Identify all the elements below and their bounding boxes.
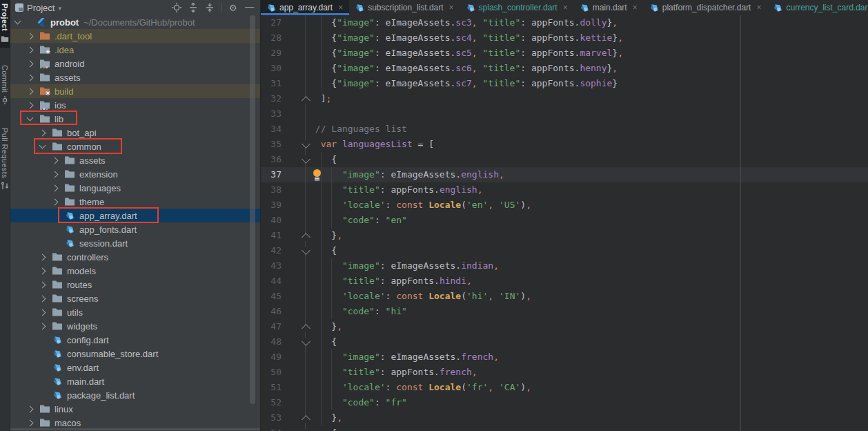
code-line-32[interactable]: 32 ]; bbox=[261, 91, 868, 106]
tree-item-macos[interactable]: macos bbox=[10, 416, 260, 430]
code-line-41[interactable]: 41 }, bbox=[261, 228, 868, 243]
code-line-39[interactable]: 39 'locale': const Locale('en', 'US'), bbox=[261, 198, 868, 213]
stripe-item-pull-requests[interactable]: Pull Requests bbox=[0, 124, 10, 195]
tree-item-app_array.dart[interactable]: app_array.dart bbox=[10, 209, 260, 222]
tree-item-bot_api[interactable]: bot_api bbox=[10, 126, 260, 140]
code-line-44[interactable]: 44 "title": appFonts.hindi, bbox=[261, 274, 868, 289]
tree-item-widgets[interactable]: widgets bbox=[10, 319, 260, 333]
tree-item-lib[interactable]: lib bbox=[10, 112, 260, 126]
chevron-right-icon[interactable] bbox=[38, 310, 46, 315]
code-line-30[interactable]: 30 {"image": eImageAssets.sc6, "title": … bbox=[261, 61, 868, 76]
chevron-down-icon[interactable] bbox=[26, 117, 34, 120]
chevron-right-icon[interactable] bbox=[26, 75, 34, 80]
code-line-42[interactable]: 42 { bbox=[261, 243, 868, 258]
chevron-right-icon[interactable] bbox=[38, 269, 46, 274]
code-line-40[interactable]: 40 "code": "en" bbox=[261, 213, 868, 228]
code-line-29[interactable]: 29 {"image": eImageAssets.sc5, "title": … bbox=[261, 46, 868, 61]
code-line-54[interactable]: 54 { bbox=[261, 425, 868, 431]
tab-close-icon[interactable]: × bbox=[563, 3, 568, 12]
tree-item-config.dart[interactable]: config.dart bbox=[10, 333, 260, 347]
expand-all-icon[interactable] bbox=[188, 3, 198, 13]
code-line-28[interactable]: 28 {"image": eImageAssets.sc4, "title": … bbox=[261, 30, 868, 46]
chevron-right-icon[interactable] bbox=[50, 172, 59, 177]
code-line-43[interactable]: 43 "image": eImageAssets.indian, bbox=[261, 258, 868, 274]
chevron-down-icon[interactable] bbox=[13, 21, 21, 23]
code-line-49[interactable]: 49 "image": eImageAssets.french, bbox=[261, 349, 868, 365]
chevron-right-icon[interactable] bbox=[26, 407, 34, 412]
chevron-right-icon[interactable] bbox=[26, 34, 34, 39]
code-line-52[interactable]: 52 "code": "fr" bbox=[261, 395, 868, 410]
tree-item-main.dart[interactable]: main.dart bbox=[10, 374, 260, 388]
chevron-right-icon[interactable] bbox=[26, 89, 34, 94]
chevron-right-icon[interactable] bbox=[38, 131, 46, 135]
chevron-right-icon[interactable] bbox=[38, 255, 46, 260]
tree-item-theme[interactable]: theme bbox=[10, 195, 260, 209]
code-line-50[interactable]: 50 "title": appFonts.french, bbox=[261, 365, 868, 380]
settings-gear-icon[interactable]: ⚙ bbox=[228, 3, 238, 13]
tree-item-models[interactable]: models bbox=[10, 264, 260, 278]
code-line-34[interactable]: 34 // Languages list bbox=[261, 122, 868, 137]
chevron-right-icon[interactable] bbox=[50, 186, 59, 191]
code-line-27[interactable]: 27 {"image": eImageAssets.sc3, "title": … bbox=[261, 15, 868, 30]
tab-close-icon[interactable]: × bbox=[338, 3, 343, 12]
tab-subscription_list.dart[interactable]: subscription_list.dart× bbox=[349, 0, 460, 15]
tree-item-linux[interactable]: linux bbox=[10, 402, 260, 416]
fold-end-marker-icon[interactable] bbox=[302, 233, 310, 242]
tree-item-app_fonts.dart[interactable]: app_fonts.dart bbox=[10, 222, 260, 236]
tree-item-assets[interactable]: assets bbox=[10, 70, 260, 84]
code-editor[interactable]: 27 {"image": eImageAssets.sc3, "title": … bbox=[261, 15, 868, 431]
tab-close-icon[interactable]: × bbox=[756, 3, 761, 12]
tab-platform_dispatcher.dart[interactable]: platform_dispatcher.dart× bbox=[644, 0, 768, 15]
code-line-36[interactable]: 36 { bbox=[261, 152, 868, 167]
tab-splash_controller.dart[interactable]: splash_controller.dart× bbox=[460, 0, 574, 15]
fold-end-marker-icon[interactable] bbox=[302, 324, 310, 333]
code-line-46[interactable]: 46 "code": "hi" bbox=[261, 304, 868, 319]
tree-horizontal-scrollbar[interactable] bbox=[10, 428, 260, 430]
code-line-48[interactable]: 48 { bbox=[261, 334, 868, 349]
tree-item-probot[interactable]: probot~/Documents/GitHub/probot bbox=[10, 15, 260, 29]
chevron-right-icon[interactable] bbox=[26, 103, 34, 108]
tab-currency_list_card.dart[interactable]: currency_list_card.dart× bbox=[767, 0, 868, 15]
chevron-right-icon[interactable] bbox=[38, 296, 46, 301]
tree-item-env.dart[interactable]: env.dart bbox=[10, 361, 260, 374]
fold-end-marker-icon[interactable] bbox=[302, 415, 310, 424]
code-line-51[interactable]: 51 'locale': const Locale('fr', 'CA'), bbox=[261, 380, 868, 395]
tree-item-utils[interactable]: utils bbox=[10, 305, 260, 319]
code-line-47[interactable]: 47 }, bbox=[261, 319, 868, 334]
chevron-down-icon[interactable] bbox=[38, 145, 46, 148]
hide-panel-icon[interactable]: — bbox=[244, 1, 255, 12]
locate-icon[interactable] bbox=[171, 3, 181, 13]
chevron-right-icon[interactable] bbox=[38, 324, 46, 329]
chevron-right-icon[interactable] bbox=[50, 158, 59, 163]
code-line-35[interactable]: 35 var languagesList = [ bbox=[261, 137, 868, 152]
tree-item-routes[interactable]: routes bbox=[10, 278, 260, 291]
tree-item-screens[interactable]: screens bbox=[10, 291, 260, 305]
code-line-37[interactable]: 37 "image": eImageAssets.english, bbox=[261, 167, 868, 182]
fold-start-marker-icon[interactable] bbox=[302, 337, 310, 346]
tree-item-android[interactable]: android bbox=[10, 57, 260, 70]
tree-item-.dart_tool[interactable]: .dart_tool bbox=[10, 29, 260, 43]
chevron-right-icon[interactable] bbox=[26, 421, 34, 425]
tree-item-.idea[interactable]: ✳.idea bbox=[10, 43, 260, 57]
chevron-down-icon[interactable]: ▾ bbox=[58, 5, 61, 12]
code-line-45[interactable]: 45 'locale': const Locale('hi', 'IN'), bbox=[261, 289, 868, 304]
chevron-right-icon[interactable] bbox=[50, 200, 59, 204]
tree-item-ios[interactable]: ios bbox=[10, 98, 260, 112]
code-line-38[interactable]: 38 "title": appFonts.english, bbox=[261, 182, 868, 198]
fold-end-marker-icon[interactable] bbox=[302, 96, 310, 105]
tree-item-extension[interactable]: extension bbox=[10, 167, 260, 181]
code-line-53[interactable]: 53 }, bbox=[261, 410, 868, 425]
fold-start-marker-icon[interactable] bbox=[302, 246, 310, 255]
collapse-all-icon[interactable] bbox=[204, 3, 215, 13]
fold-start-marker-icon[interactable] bbox=[302, 155, 310, 164]
intention-bulb-icon[interactable] bbox=[313, 169, 322, 180]
tree-item-package_list.dart[interactable]: package_list.dart bbox=[10, 388, 260, 402]
tree-item-languages[interactable]: languages bbox=[10, 181, 260, 195]
chevron-right-icon[interactable] bbox=[38, 282, 46, 287]
tree-item-consumable_store.dart[interactable]: consumable_store.dart bbox=[10, 347, 260, 361]
tree-item-session.dart[interactable]: session.dart bbox=[10, 236, 260, 250]
tab-app_array.dart[interactable]: app_array.dart× bbox=[261, 0, 349, 15]
code-line-33[interactable]: 33 bbox=[261, 106, 868, 122]
chevron-right-icon[interactable] bbox=[26, 48, 34, 52]
fold-start-marker-icon[interactable] bbox=[302, 140, 310, 149]
